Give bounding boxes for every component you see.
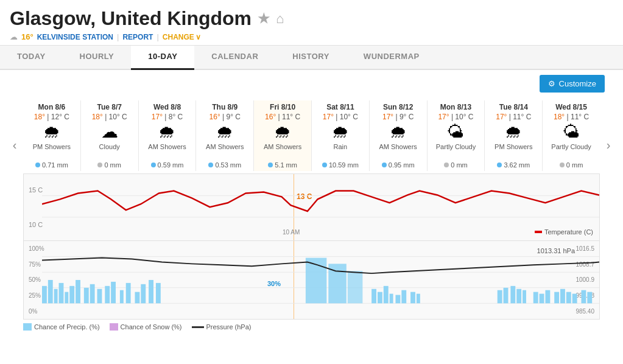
condition-8: PM Showers xyxy=(486,143,541,160)
day-label-8: Tue 8/14 xyxy=(486,103,541,111)
home-icon[interactable]: ⌂ xyxy=(276,11,284,27)
svg-rect-48 xyxy=(587,292,592,304)
tab-wundermap[interactable]: WUNDERMAP xyxy=(347,46,437,69)
prev-arrow[interactable]: ‹ xyxy=(6,100,23,171)
day-label-9: Wed 8/15 xyxy=(544,103,599,111)
svg-rect-17 xyxy=(111,282,116,303)
tab-today[interactable]: TODAY xyxy=(0,46,63,69)
subheader: ☁ 16° KELVINSIDE STATION | REPORT | CHAN… xyxy=(10,32,613,41)
svg-rect-32 xyxy=(401,290,406,304)
condition-6: AM Showers xyxy=(371,143,426,160)
precip-val-0: 0.71 mm xyxy=(42,161,68,169)
day-col-9: Wed 8/15 18° | 11° C 🌤 Partly Cloudy 0 m… xyxy=(543,100,600,171)
day-col-6: Sun 8/12 17° | 9° C 🌧 AM Showers 0.95 mm xyxy=(370,100,428,171)
tab-history[interactable]: HISTORY xyxy=(275,46,347,69)
svg-rect-41 xyxy=(540,294,544,304)
weather-icon-3: 🌧 xyxy=(197,124,252,141)
next-arrow[interactable]: › xyxy=(600,100,617,171)
tab-hourly[interactable]: HOURLY xyxy=(63,46,132,69)
svg-rect-30 xyxy=(390,294,393,304)
day-label-0: Mon 8/6 xyxy=(24,103,79,111)
condition-0: PM Showers xyxy=(24,143,79,160)
precip-chart-svg xyxy=(42,241,599,319)
condition-1: Cloudy xyxy=(82,143,137,160)
legend-pressure-line xyxy=(192,326,204,328)
precip-dot-9 xyxy=(560,163,565,167)
temp-chart-svg xyxy=(42,174,599,240)
tab-calendar[interactable]: CALENDAR xyxy=(194,46,275,69)
legend-precip-box xyxy=(23,323,32,331)
precip-val-2: 0.59 mm xyxy=(158,161,184,169)
weather-icon-2: 🌧 xyxy=(140,124,195,141)
main-content: ⚙ Customize ‹ Mon 8/6 18° | 12° C 🌧 PM S… xyxy=(0,70,623,331)
day-col-2: Wed 8/8 17° | 8° C 🌧 AM Showers 0.59 mm xyxy=(139,100,197,171)
days-container: Mon 8/6 18° | 12° C 🌧 PM Showers 0.71 mm… xyxy=(23,100,600,171)
day-col-1: Tue 8/7 18° | 10° C ☁ Cloudy 0 mm xyxy=(81,100,139,171)
legend-snow: Chance of Snow (%) xyxy=(110,323,182,331)
svg-rect-11 xyxy=(69,286,74,304)
day-label-2: Wed 8/8 xyxy=(140,103,195,111)
svg-rect-12 xyxy=(76,280,80,303)
current-temp: 16° xyxy=(21,32,33,41)
precip-val-8: 3.62 mm xyxy=(504,161,530,169)
day-col-0: Mon 8/6 18° | 12° C 🌧 PM Showers 0.71 mm xyxy=(23,100,81,171)
tab-bar: TODAY HOURLY 10-DAY CALENDAR HISTORY WUN… xyxy=(0,46,623,70)
legend-pressure-label: Pressure (hPa) xyxy=(206,323,252,331)
day-col-7: Mon 8/13 17° | 10° C 🌤 Partly Cloudy 0 m… xyxy=(428,100,485,171)
chart-legend: Chance of Precip. (%) Chance of Snow (%)… xyxy=(23,323,600,331)
svg-rect-6 xyxy=(42,286,47,304)
tab-10day[interactable]: 10-DAY xyxy=(131,46,194,70)
customize-button[interactable]: ⚙ Customize xyxy=(540,75,605,93)
city-title-row: Glasgow, United Kingdom ★ ⌂ xyxy=(10,7,613,30)
weather-icon-1: ☁ xyxy=(82,124,137,141)
svg-rect-16 xyxy=(105,286,110,304)
day-col-4: Fri 8/10 16° | 11° C 🌧 AM Showers 5.1 mm xyxy=(254,100,312,171)
day-label-4: Fri 8/10 xyxy=(255,103,310,111)
gear-icon: ⚙ xyxy=(548,79,555,88)
day-col-8: Tue 8/14 17° | 11° C 🌧 PM Showers 3.62 m… xyxy=(485,100,543,171)
svg-rect-7 xyxy=(48,280,53,303)
svg-rect-9 xyxy=(59,283,64,303)
svg-rect-34 xyxy=(417,294,420,304)
svg-rect-8 xyxy=(54,289,58,304)
svg-rect-15 xyxy=(97,289,102,304)
chevron-down-icon: ∨ xyxy=(195,33,201,41)
weather-icon-4: 🌧 xyxy=(255,124,310,141)
svg-rect-46 xyxy=(572,294,577,304)
svg-rect-13 xyxy=(84,288,89,304)
legend-precip-label: Chance of Precip. (%) xyxy=(34,323,100,331)
day-label-5: Sat 8/11 xyxy=(313,103,368,111)
legend-snow-label: Chance of Snow (%) xyxy=(121,323,182,331)
temp-chart: 15 C 10 C 13 C 10 AM Temperature (C) xyxy=(23,173,600,240)
condition-5: Rain xyxy=(313,143,368,160)
legend-pressure: Pressure (hPa) xyxy=(192,323,252,331)
svg-rect-44 xyxy=(560,289,565,304)
report-link[interactable]: REPORT xyxy=(122,33,153,41)
svg-rect-43 xyxy=(554,292,559,304)
weather-icon-7: 🌤 xyxy=(429,124,484,141)
change-link[interactable]: CHANGE ∨ xyxy=(163,33,201,41)
city-name: Glasgow, United Kingdom xyxy=(10,7,252,30)
precip-val-5: 10.59 mm xyxy=(329,161,359,169)
svg-rect-47 xyxy=(581,290,586,304)
day-col-5: Sat 8/11 17° | 10° C 🌧 Rain 10.59 mm xyxy=(312,100,370,171)
svg-rect-10 xyxy=(65,292,68,304)
svg-rect-14 xyxy=(90,284,95,303)
weather-icon-8: 🌧 xyxy=(486,124,541,141)
svg-rect-29 xyxy=(384,286,389,304)
precip-chart: 100% 75% 50% 25% 0% 1016.5 1008.7 1000.9… xyxy=(23,240,600,320)
condition-3: AM Showers xyxy=(197,143,252,160)
precip-val-9: 0 mm xyxy=(566,161,583,169)
day-label-3: Thu 8/9 xyxy=(197,103,252,111)
weather-grid: ‹ Mon 8/6 18° | 12° C 🌧 PM Showers 0.71 … xyxy=(6,100,617,171)
precip-dot-2 xyxy=(151,163,156,167)
precip-dot-5 xyxy=(322,163,327,167)
favorite-icon[interactable]: ★ xyxy=(258,11,270,27)
svg-rect-36 xyxy=(504,288,509,304)
station-name[interactable]: KELVINSIDE STATION xyxy=(37,33,113,41)
precip-val-6: 0.95 mm xyxy=(389,161,415,169)
svg-rect-33 xyxy=(410,292,415,304)
svg-rect-18 xyxy=(120,290,124,304)
weather-icon-0: 🌧 xyxy=(24,124,79,141)
precip-dot-7 xyxy=(444,163,449,167)
